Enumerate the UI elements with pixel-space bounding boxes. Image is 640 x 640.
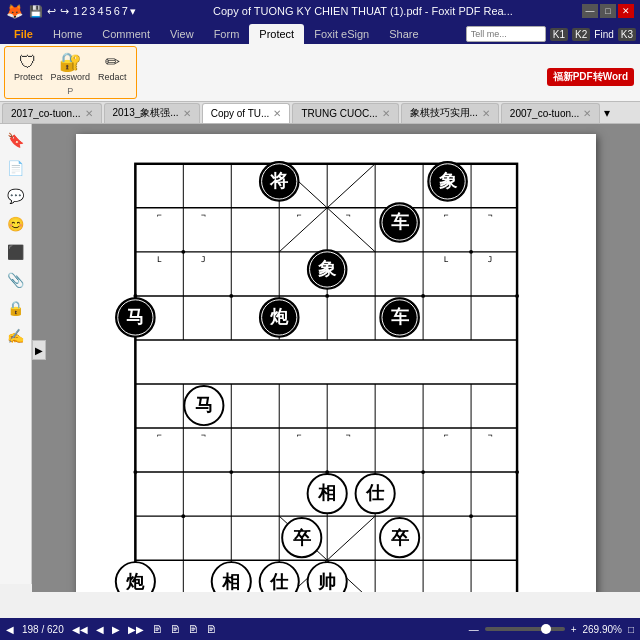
scroll-left-btn[interactable]: ◀ (6, 624, 14, 635)
svg-text:相: 相 (317, 483, 336, 503)
search-input[interactable] (466, 26, 546, 42)
svg-text:炮: 炮 (269, 307, 289, 327)
sidebar-layers-icon[interactable]: ⬛ (4, 240, 28, 264)
quick-undo-icon[interactable]: ↩ (47, 5, 56, 18)
svg-point-39 (181, 514, 185, 518)
svg-point-38 (515, 294, 519, 298)
group-label-protect: P (67, 86, 73, 96)
doc-tab-4-label: 象棋技巧实用... (410, 106, 478, 120)
doc-tab-4[interactable]: 象棋技巧实用... ✕ (401, 103, 499, 123)
status-page-info: 198 / 620 (22, 624, 64, 635)
doc-tab-2-close[interactable]: ✕ (273, 108, 281, 119)
svg-point-41 (133, 470, 137, 474)
nav-prev-btn[interactable]: ◀ (96, 624, 104, 635)
tab-view[interactable]: View (160, 24, 204, 44)
dropdown-arrow-icon[interactable]: ▾ (130, 5, 136, 18)
nav-prev2-btn[interactable]: ◀◀ (72, 624, 88, 635)
tab-file[interactable]: File (4, 24, 43, 44)
protect-doc-button[interactable]: 🛡 Protect (11, 52, 46, 83)
svg-text:⌐: ⌐ (444, 211, 449, 220)
shield-doc-icon: 🛡 (19, 53, 37, 71)
close-button[interactable]: ✕ (618, 4, 634, 18)
doc-tab-3-label: TRUNG CUOC... (301, 108, 377, 119)
tab-protect[interactable]: Protect (249, 24, 304, 44)
svg-text:象: 象 (318, 259, 337, 279)
doc-tab-0[interactable]: 2017_co-tuon... ✕ (2, 103, 102, 123)
doc-tab-3[interactable]: TRUNG CUOC... ✕ (292, 103, 398, 123)
quick-num-7: 7 (122, 5, 128, 17)
tab-share[interactable]: Share (379, 24, 428, 44)
quick-num-5: 5 (106, 5, 112, 17)
nav-next-btn[interactable]: ▶ (112, 624, 120, 635)
svg-text:¬: ¬ (201, 211, 206, 220)
view-icon-4[interactable]: 🖹 (206, 624, 216, 635)
svg-text:⌐: ⌐ (157, 211, 162, 220)
sidebar-emoji-icon[interactable]: 😊 (4, 212, 28, 236)
svg-point-42 (229, 470, 233, 474)
password-button[interactable]: 🔐 Password (48, 52, 94, 83)
svg-rect-0 (135, 164, 517, 592)
tab-form[interactable]: Form (204, 24, 250, 44)
doc-tab-5-label: 2007_co-tuon... (510, 108, 580, 119)
svg-text:⌐: ⌐ (297, 431, 302, 440)
redact-icon: ✏ (105, 53, 120, 71)
svg-text:车: 车 (391, 306, 410, 327)
doc-tab-4-close[interactable]: ✕ (482, 108, 490, 119)
sidebar-signature-icon[interactable]: ✍️ (4, 324, 28, 348)
doc-tab-1-close[interactable]: ✕ (183, 108, 191, 119)
svg-text:帅: 帅 (318, 572, 336, 592)
svg-text:相: 相 (221, 572, 240, 592)
svg-text:¬: ¬ (346, 211, 351, 220)
view-icon-1[interactable]: 🖹 (152, 624, 162, 635)
view-icon-2[interactable]: 🖹 (170, 624, 180, 635)
tab-home[interactable]: Home (43, 24, 92, 44)
svg-text:J: J (201, 255, 206, 264)
view-icon-3[interactable]: 🖹 (188, 624, 198, 635)
doc-tab-0-close[interactable]: ✕ (85, 108, 93, 119)
svg-point-35 (229, 294, 233, 298)
window-title: Copy of TUONG KY CHIEN THUAT (1).pdf - F… (144, 5, 582, 17)
svg-text:L: L (444, 255, 449, 264)
doc-tab-2-label: Copy of TU... (211, 108, 270, 119)
foxit-convert-button[interactable]: 福新PDF转Word (547, 68, 634, 86)
left-panel-toggle[interactable]: ▶ (32, 340, 46, 360)
svg-text:卒: 卒 (293, 527, 312, 548)
tab-comment[interactable]: Comment (92, 24, 160, 44)
tab-foxitsign[interactable]: Foxit eSign (304, 24, 379, 44)
fullscreen-icon[interactable]: □ (628, 624, 634, 635)
doc-tab-5-close[interactable]: ✕ (583, 108, 591, 119)
k2-label: K2 (572, 28, 590, 41)
sidebar: 🔖 📄 💬 😊 ⬛ 📎 🔒 ✍️ (0, 124, 32, 584)
doc-tab-1[interactable]: 2013_象棋强... ✕ (104, 103, 200, 123)
doc-tab-3-close[interactable]: ✕ (382, 108, 390, 119)
quick-save-icon[interactable]: 💾 (29, 5, 43, 18)
password-icon: 🔐 (59, 53, 81, 71)
statusbar: ◀ 198 / 620 ◀◀ ◀ ▶ ▶▶ 🖹 🖹 🖹 🖹 — + 269.90… (0, 618, 640, 640)
tab-dropdown-icon[interactable]: ▾ (604, 106, 610, 120)
sidebar-comment-icon[interactable]: 💬 (4, 184, 28, 208)
zoom-in-icon[interactable]: + (571, 624, 577, 635)
maximize-button[interactable]: □ (600, 4, 616, 18)
redact-button[interactable]: ✏ Redact (95, 52, 130, 83)
sidebar-lock-icon[interactable]: 🔒 (4, 296, 28, 320)
svg-text:炮: 炮 (125, 572, 145, 592)
svg-point-36 (325, 294, 329, 298)
k1-label: K1 (550, 28, 568, 41)
k3-label: K3 (618, 28, 636, 41)
zoom-thumb[interactable] (541, 624, 551, 634)
doc-tab-5[interactable]: 2007_co-tuon... ✕ (501, 103, 601, 123)
minimize-button[interactable]: — (582, 4, 598, 18)
quick-redo-icon[interactable]: ↪ (60, 5, 69, 18)
sidebar-bookmark-icon[interactable]: 🔖 (4, 128, 28, 152)
zoom-slider[interactable] (485, 627, 565, 631)
sidebar-attachment-icon[interactable]: 📎 (4, 268, 28, 292)
quick-num-4: 4 (97, 5, 103, 17)
nav-next2-btn[interactable]: ▶▶ (128, 624, 144, 635)
titlebar: 🦊 💾 ↩ ↪ 1 2 3 4 5 6 7 ▾ Copy of TUONG KY… (0, 0, 640, 22)
ribbon-content: 🛡 Protect 🔐 Password ✏ Redact P 福新PDF转Wo… (0, 44, 640, 102)
doc-tab-2[interactable]: Copy of TU... ✕ (202, 103, 291, 123)
ribbon-group-protect: 🛡 Protect 🔐 Password ✏ Redact P (4, 46, 137, 99)
svg-text:将: 将 (269, 171, 289, 191)
sidebar-page-icon[interactable]: 📄 (4, 156, 28, 180)
zoom-out-icon[interactable]: — (469, 624, 479, 635)
